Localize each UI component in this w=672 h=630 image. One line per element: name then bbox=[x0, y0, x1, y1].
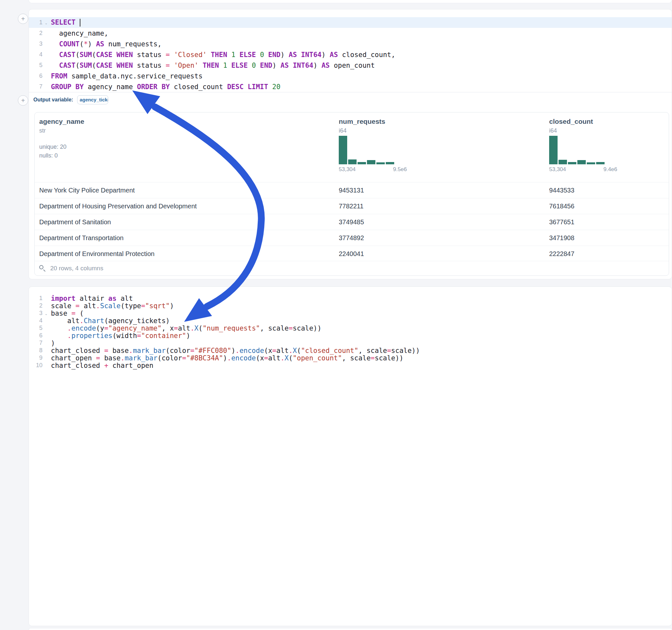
table-cell: 2222847 bbox=[549, 250, 574, 258]
column-dtype: i64 bbox=[339, 125, 385, 134]
histogram-bar bbox=[568, 162, 576, 164]
output-variable-label: Output variable: bbox=[33, 97, 73, 103]
code-line[interactable]: 1import altair as alt bbox=[29, 295, 672, 302]
line-number: 5 bbox=[29, 325, 44, 332]
previous-cell-edge bbox=[28, 0, 672, 3]
code-line[interactable]: 1⌄SELECT bbox=[29, 17, 672, 28]
table-row[interactable]: Department of Transportation377489234719… bbox=[35, 230, 669, 246]
histogram-bar bbox=[577, 160, 586, 164]
line-number: 7 bbox=[29, 83, 44, 90]
output-variable-row: Output variable: agency_tickets bbox=[29, 92, 672, 107]
line-number: 6 bbox=[29, 332, 44, 339]
sql-code-editor[interactable]: 1⌄SELECT 2 agency_name,3 COUNT(*) AS num… bbox=[29, 9, 672, 92]
table-row-count: 20 rows, 4 columns bbox=[50, 265, 103, 272]
histogram-bar bbox=[587, 162, 595, 164]
column-histogram[interactable] bbox=[339, 136, 394, 164]
code-line[interactable]: 7GROUP BY agency_name ORDER BY closed_co… bbox=[29, 81, 672, 92]
column-header-closed_count[interactable]: closed_counti6453,3049.4e6 bbox=[549, 113, 593, 182]
line-number: 3 bbox=[29, 41, 44, 47]
code-line[interactable]: 2 agency_name, bbox=[29, 28, 672, 39]
table-cell: 9453131 bbox=[339, 187, 364, 194]
table-cell: Department of Housing Preservation and D… bbox=[39, 202, 197, 210]
line-number: 8 bbox=[29, 347, 44, 354]
search-icon[interactable] bbox=[39, 265, 46, 272]
table-cell: Department of Transportation bbox=[39, 234, 123, 242]
code-line[interactable]: 9chart_open = base.mark_bar(color="#8BC3… bbox=[29, 354, 672, 362]
code-line[interactable]: 6FROM sample_data.nyc.service_requests bbox=[29, 71, 672, 81]
histogram-bar bbox=[358, 162, 366, 164]
column-title: agency_name bbox=[39, 113, 84, 125]
line-number: 6 bbox=[29, 73, 44, 79]
table-cell: 7618456 bbox=[549, 202, 574, 210]
table-cell: Department of Sanitation bbox=[39, 218, 111, 226]
line-number: 2 bbox=[29, 302, 44, 309]
code-line[interactable]: 5 CAST(SUM(CASE WHEN status = 'Open' THE… bbox=[29, 60, 672, 71]
histogram-bar bbox=[386, 162, 394, 164]
table-row[interactable]: Department of Housing Preservation and D… bbox=[35, 198, 669, 214]
add-cell-button[interactable]: + bbox=[18, 95, 28, 106]
table-row[interactable]: New York City Police Department945313194… bbox=[35, 182, 669, 198]
code-line[interactable]: 3 COUNT(*) AS num_requests, bbox=[29, 39, 672, 49]
column-histogram[interactable] bbox=[549, 136, 605, 164]
table-footer: 20 rows, 4 columns bbox=[35, 261, 669, 275]
code-line[interactable]: 8chart_closed = base.mark_bar(color="#FF… bbox=[29, 347, 672, 354]
code-line[interactable]: 10chart_closed + chart_open bbox=[29, 362, 672, 369]
sql-cell: 1⌄SELECT 2 agency_name,3 COUNT(*) AS num… bbox=[28, 9, 672, 280]
code-line[interactable]: 6 .properties(width="container") bbox=[29, 332, 672, 339]
chevron-down-icon[interactable]: ⌄ bbox=[45, 21, 48, 25]
line-number: 1⌄ bbox=[29, 19, 44, 26]
table-cell: Department of Environmental Protection bbox=[39, 250, 154, 258]
python-cell: 1import altair as alt2scale = alt.Scale(… bbox=[28, 287, 672, 626]
column-header-agency_name[interactable]: agency_namestrunique: 20nulls: 0 bbox=[39, 113, 84, 182]
code-line[interactable]: 4 alt.Chart(agency_tickets) bbox=[29, 317, 672, 324]
table-cell: 3774892 bbox=[339, 234, 364, 242]
line-number: 1 bbox=[29, 295, 44, 302]
code-line[interactable]: 5 .encode(y="agency_name", x=alt.X("num_… bbox=[29, 324, 672, 332]
add-cell-button[interactable]: + bbox=[18, 14, 28, 24]
line-number: 7 bbox=[29, 340, 44, 346]
table-cell: New York City Police Department bbox=[39, 187, 135, 194]
code-line[interactable]: 7) bbox=[29, 339, 672, 347]
output-variable-pill[interactable]: agency_tickets bbox=[77, 95, 108, 104]
table-cell: 3749485 bbox=[339, 218, 364, 226]
line-number: 5 bbox=[29, 62, 44, 69]
histogram-bar bbox=[596, 162, 605, 164]
code-line[interactable]: 4 CAST(SUM(CASE WHEN status = 'Closed' T… bbox=[29, 49, 672, 60]
table-cell: 3471908 bbox=[549, 234, 574, 242]
histogram-bar bbox=[376, 162, 385, 164]
code-line[interactable]: 3⌄base = ( bbox=[29, 310, 672, 317]
table-cell: 2240041 bbox=[339, 250, 364, 258]
column-header-num_requests[interactable]: num_requestsi6453,3049.5e6 bbox=[339, 113, 385, 182]
line-number: 9 bbox=[29, 355, 44, 361]
column-dtype: str bbox=[39, 125, 84, 134]
text-cursor bbox=[80, 19, 80, 27]
histogram-bar bbox=[367, 160, 376, 164]
histogram-bar bbox=[339, 136, 347, 164]
line-number: 3⌄ bbox=[29, 310, 44, 317]
histogram-range: 53,3049.5e6 bbox=[339, 166, 407, 173]
column-stats: unique: 20nulls: 0 bbox=[39, 134, 84, 160]
table-cell: 7782211 bbox=[339, 202, 363, 210]
next-cell-edge bbox=[28, 628, 672, 630]
table-row[interactable]: Department of Sanitation37494853677651 bbox=[35, 214, 669, 230]
code-line[interactable]: 2scale = alt.Scale(type="sqrt") bbox=[29, 302, 672, 310]
table-cell: 3677651 bbox=[549, 218, 574, 226]
column-title: closed_count bbox=[549, 113, 593, 125]
chevron-down-icon[interactable]: ⌄ bbox=[45, 311, 48, 316]
python-code-editor[interactable]: 1import altair as alt2scale = alt.Scale(… bbox=[29, 287, 672, 369]
histogram-bar bbox=[558, 160, 567, 164]
column-title: num_requests bbox=[339, 113, 385, 125]
histogram-range: 53,3049.4e6 bbox=[549, 166, 617, 173]
table-row[interactable]: Department of Environmental Protection22… bbox=[35, 246, 669, 262]
line-number: 10 bbox=[29, 362, 44, 369]
histogram-bar bbox=[348, 160, 357, 164]
result-table: agency_namestrunique: 20nulls: 0num_requ… bbox=[34, 112, 669, 276]
line-number: 4 bbox=[29, 317, 44, 324]
line-number: 4 bbox=[29, 51, 44, 58]
table-cell: 9443533 bbox=[549, 187, 574, 194]
line-number: 2 bbox=[29, 30, 44, 37]
histogram-bar bbox=[549, 136, 557, 164]
column-dtype: i64 bbox=[549, 125, 593, 134]
